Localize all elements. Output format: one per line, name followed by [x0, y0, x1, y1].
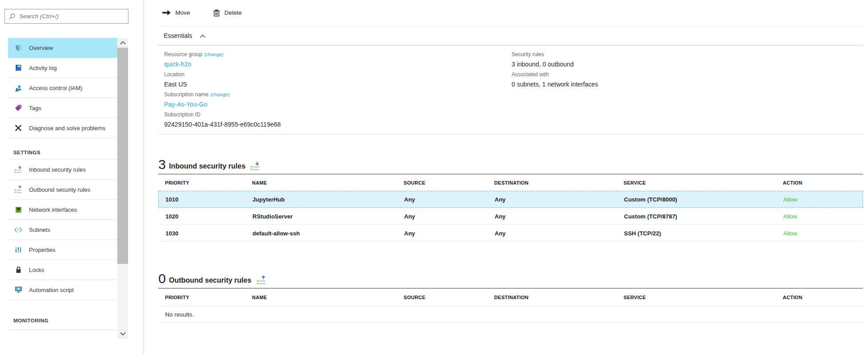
table-row[interactable]: 1010 JupyterHub Any Any Custom (TCP/8000…	[158, 191, 863, 208]
lock-icon	[13, 266, 23, 274]
outbound-rules-section: 0 Outbound security rules PRIORITYNAMESO…	[158, 272, 863, 323]
sidebar-item-label: Subnets	[29, 226, 50, 233]
column-header: ACTION	[783, 295, 863, 300]
cell-service: Custom (TCP/8787)	[624, 213, 783, 220]
field-value: 92429150-401a-431f-8955-e69c0c119e68	[164, 119, 281, 130]
sidebar-item-outbound-security-rules[interactable]: Outbound security rules	[8, 180, 117, 200]
cell-priority: 1030	[165, 230, 252, 237]
cell-source: Any	[404, 196, 495, 203]
sidebar-section-monitoring: MONITORING	[8, 300, 117, 330]
move-arrow-icon	[162, 10, 171, 16]
sidebar-item-overview[interactable]: Overview	[8, 38, 117, 58]
essentials-panel: Resource group(change) quick-h2o Locatio…	[158, 45, 863, 135]
essentials-header: Essentials	[158, 26, 863, 45]
essentials-field: Security rules 3 inbound, 0 outbound	[512, 50, 598, 70]
sidebar-item-automation-script[interactable]: Automation script	[8, 280, 117, 300]
search-input[interactable]	[19, 13, 124, 20]
field-label: Associated with	[512, 71, 549, 78]
move-button[interactable]: Move	[162, 9, 190, 16]
scrollbar-thumb[interactable]	[117, 48, 128, 264]
outbound-rules-count: 0	[158, 272, 166, 285]
command-bar: Move Delete	[158, 0, 863, 26]
cell-action: Allow	[783, 213, 863, 220]
sidebar-item-label: Automation script	[29, 287, 74, 293]
field-value: quick-h2o	[164, 59, 281, 70]
column-header: SOURCE	[404, 180, 494, 185]
field-value: East US	[164, 79, 281, 90]
column-header: SERVICE	[624, 295, 783, 300]
sidebar-item-label: Outbound security rules	[29, 186, 90, 193]
column-header: ACTION	[783, 180, 863, 185]
delete-button[interactable]: Delete	[213, 9, 242, 16]
sidebar-item-activity-log[interactable]: Activity log	[8, 58, 117, 78]
sidebar-item-properties[interactable]: Properties	[8, 240, 117, 260]
search-icon	[9, 13, 16, 20]
inbound-rules-icon	[13, 165, 23, 173]
column-header: DESTINATION	[494, 180, 624, 185]
sliders-icon	[13, 246, 23, 254]
sidebar-item-label: Diagnose and solve problems	[29, 125, 105, 132]
delete-button-label: Delete	[224, 9, 242, 16]
essentials-field: Subscription ID 92429150-401a-431f-8955-…	[164, 110, 281, 130]
change-link[interactable]: (change)	[204, 52, 223, 57]
empty-state-text: No results.	[158, 306, 863, 323]
sidebar-item-label: Network interfaces	[29, 206, 77, 213]
sidebar-item-label: Tags	[29, 105, 41, 111]
field-value: 0 subnets, 1 network interfaces	[512, 79, 598, 90]
network-card-icon	[13, 206, 23, 214]
outbound-rules-icon	[256, 276, 267, 285]
inbound-rules-icon	[250, 161, 261, 171]
field-label: Subscription ID	[164, 111, 200, 118]
scroll-up-button[interactable]	[117, 38, 128, 48]
inbound-table-header: PRIORITYNAMESOURCEDESTINATIONSERVICEACTI…	[158, 174, 863, 191]
column-header: SERVICE	[624, 180, 783, 185]
cell-source: Any	[404, 213, 495, 220]
sidebar-item-label: Inbound security rules	[29, 166, 86, 173]
change-link[interactable]: (change)	[210, 92, 229, 97]
field-label: Resource group	[164, 51, 202, 58]
outbound-rules-icon	[13, 185, 23, 193]
field-label: Subscription name	[164, 91, 208, 98]
essentials-field: Location East US	[164, 70, 281, 90]
tag-icon	[13, 104, 23, 112]
sidebar-item-label: Access control (IAM)	[29, 85, 83, 91]
column-header: NAME	[252, 295, 404, 300]
cell-destination: Any	[495, 213, 624, 220]
sidebar-item-diagnose-and-solve-problems[interactable]: Diagnose and solve problems	[8, 118, 117, 138]
outbound-table-header: PRIORITYNAMESOURCEDESTINATIONSERVICEACTI…	[158, 288, 863, 306]
sidebar-item-locks[interactable]: Locks	[8, 260, 117, 280]
cell-name: RStudioServer	[252, 213, 404, 220]
essentials-title: Essentials	[164, 32, 192, 39]
field-label: Security rules	[512, 51, 544, 58]
table-row[interactable]: 1030 default-allow-ssh Any Any SSH (TCP/…	[158, 225, 863, 242]
subnets-icon	[13, 226, 23, 234]
sidebar-section-settings: SETTINGS	[8, 138, 117, 160]
table-row[interactable]: 1020 RStudioServer Any Any Custom (TCP/8…	[158, 208, 863, 225]
field-value: Pay-As-You-Go	[164, 99, 281, 110]
inbound-rules-heading: 3 Inbound security rules	[158, 158, 863, 174]
sidebar-item-subnets[interactable]: Subnets	[8, 220, 117, 240]
collapse-chevron-up-icon[interactable]	[200, 34, 206, 38]
scroll-down-button[interactable]	[117, 329, 128, 339]
tools-icon	[13, 124, 23, 132]
essentials-field: Subscription name(change) Pay-As-You-Go	[164, 90, 281, 110]
sidebar-item-access-control-iam-[interactable]: Access control (IAM)	[8, 78, 117, 98]
sidebar-search	[4, 9, 128, 24]
sidebar-item-network-interfaces[interactable]: Network interfaces	[8, 200, 117, 220]
sidebar-item-inbound-security-rules[interactable]: Inbound security rules	[8, 160, 117, 180]
sidebar-item-tags[interactable]: Tags	[8, 98, 117, 118]
essentials-field: Associated with 0 subnets, 1 network int…	[512, 70, 598, 90]
sidebar-item-label: Overview	[29, 45, 53, 51]
essentials-field: Resource group(change) quick-h2o	[164, 50, 281, 70]
main-content: Move Delete Essentials Resource	[144, 0, 868, 354]
inbound-rules-title: Inbound security rules	[169, 162, 246, 171]
column-header: PRIORITY	[165, 295, 252, 300]
trash-icon	[213, 9, 220, 16]
sidebar: Overview Activity log Access control (IA…	[0, 0, 144, 354]
cell-service: Custom (TCP/8000)	[624, 196, 783, 203]
cell-destination: Any	[495, 196, 624, 203]
field-label: Location	[164, 71, 184, 78]
cell-name: default-allow-ssh	[252, 230, 404, 237]
inbound-table-body: 1010 JupyterHub Any Any Custom (TCP/8000…	[158, 191, 863, 242]
sidebar-scrollbar[interactable]	[117, 38, 128, 339]
